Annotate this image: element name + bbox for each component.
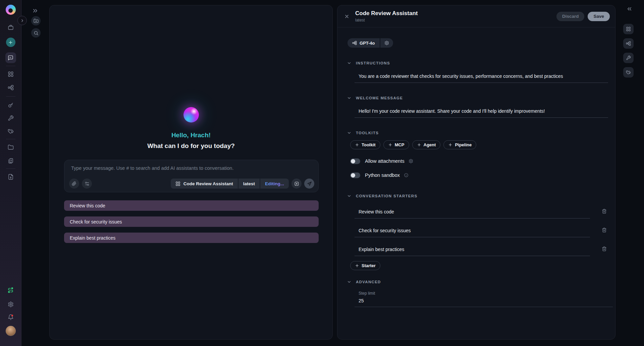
plus-icon <box>448 143 452 147</box>
step-limit-underline <box>355 307 613 307</box>
section-instructions[interactable]: INSTRUCTIONS <box>347 61 390 65</box>
starter-input[interactable]: Explain best practices <box>355 247 590 256</box>
sidebar-divider <box>6 168 15 169</box>
assistant-editor-panel: Code Review Assistant latest Discard Sav… <box>337 5 615 340</box>
add-toolkit-button[interactable]: Toolkit <box>350 140 380 149</box>
attachments-settings-icon[interactable] <box>409 159 413 163</box>
python-sandbox-info-icon[interactable] <box>404 173 409 178</box>
chevrons-right-icon <box>32 7 39 14</box>
briefcase-icon <box>8 24 14 31</box>
close-panel-button[interactable] <box>344 14 350 19</box>
allow-attachments-label: Allow attachments <box>365 158 405 164</box>
trash-icon <box>602 228 607 233</box>
discard-button[interactable]: Discard <box>556 12 585 21</box>
sidebar-item-notifications[interactable] <box>5 312 16 323</box>
sidebar-item-tags[interactable] <box>5 126 16 137</box>
wrench-icon <box>8 115 14 121</box>
assistant-chip-status[interactable]: Editing... <box>260 179 289 189</box>
sidebar-item-tools[interactable] <box>5 113 16 123</box>
rail-agents-button[interactable] <box>623 38 634 49</box>
close-icon <box>344 14 350 19</box>
apps-grid-icon <box>175 181 180 186</box>
delete-starter-button[interactable] <box>602 228 607 233</box>
section-advanced[interactable]: ADVANCED <box>347 280 381 284</box>
welcome-message-input[interactable]: Hello! I'm your code review assistant. S… <box>355 108 608 118</box>
plus-icon <box>417 143 421 147</box>
assistant-chip-version[interactable]: latest <box>238 179 260 189</box>
message-input[interactable]: Type your message. Use # to search and a… <box>71 165 314 171</box>
starter-input[interactable]: Check for security issues <box>355 228 590 237</box>
step-limit-input[interactable]: 25 <box>359 298 364 303</box>
starter-pill[interactable]: Explain best practices <box>64 233 319 243</box>
composer-settings-button[interactable] <box>82 179 92 189</box>
notification-dot <box>11 315 13 316</box>
starter-pill[interactable]: Check for security issues <box>64 216 319 227</box>
chevron-down-icon <box>347 131 352 135</box>
assistant-orb-icon <box>183 107 199 122</box>
new-folder-button[interactable] <box>31 16 41 26</box>
delete-starter-button[interactable] <box>602 209 607 214</box>
attach-button[interactable] <box>69 179 79 189</box>
model-name: GPT-4o <box>360 41 375 46</box>
folder-plus-icon <box>34 18 39 23</box>
x-square-icon <box>294 181 299 186</box>
model-selector: GPT-4o <box>347 38 393 48</box>
starter-input[interactable]: Review this code <box>355 209 590 218</box>
gear-icon <box>384 41 389 45</box>
section-toolkits[interactable]: TOOLKITS <box>347 131 379 135</box>
allow-attachments-toggle[interactable] <box>350 158 360 164</box>
python-sandbox-toggle[interactable] <box>350 172 360 178</box>
app: Hello, Hrach! What can I do for you toda… <box>0 0 644 346</box>
sidebar-item-workspace[interactable] <box>5 22 16 33</box>
main-sidebar <box>0 0 21 346</box>
save-button[interactable]: Save <box>588 12 610 21</box>
sidebar-item-chat[interactable] <box>5 52 16 63</box>
python-sandbox-label: Python sandbox <box>365 172 400 178</box>
new-chat-button[interactable] <box>6 38 15 47</box>
user-avatar[interactable] <box>6 326 16 336</box>
sidebar-item-documents[interactable] <box>5 156 16 166</box>
instructions-input[interactable]: You are a code reviewer that checks for … <box>355 73 608 83</box>
section-conversation-starters[interactable]: CONVERSATION STARTERS <box>347 194 417 198</box>
step-limit-label: Step limit <box>359 291 375 296</box>
trash-icon <box>602 246 607 251</box>
expand-conversations-button[interactable] <box>32 7 39 14</box>
sidebar-divider <box>6 139 15 139</box>
allow-attachments-row: Allow attachments <box>350 157 413 165</box>
network-icon <box>352 41 357 45</box>
section-welcome-message[interactable]: WELCOME MESSAGE <box>347 96 403 100</box>
add-mcp-button[interactable]: MCP <box>383 140 409 149</box>
tags-icon <box>8 128 14 134</box>
add-agent-button[interactable]: Agent <box>412 140 441 149</box>
sliders-icon <box>85 181 90 186</box>
sidebar-item-settings[interactable] <box>5 299 16 310</box>
route-icon <box>7 287 14 293</box>
sidebar-item-files[interactable] <box>5 142 16 153</box>
file-download-icon <box>8 174 14 180</box>
assistant-chip-label: Code Review Assistant <box>183 181 233 186</box>
sidebar-item-apps[interactable] <box>5 69 16 80</box>
app-logo-icon <box>6 5 16 15</box>
assistant-chip: Code Review Assistant latest Editing... <box>171 179 289 189</box>
assistant-chip-name[interactable]: Code Review Assistant <box>171 179 238 189</box>
sidebar-item-routes[interactable] <box>5 285 16 295</box>
rail-tags-button[interactable] <box>623 67 634 78</box>
wrench-icon <box>626 55 631 60</box>
send-button[interactable] <box>304 179 314 189</box>
search-button[interactable] <box>31 28 41 38</box>
model-settings-button[interactable] <box>380 38 393 48</box>
sidebar-item-keys[interactable] <box>5 100 16 110</box>
sidebar-item-import[interactable] <box>5 171 16 182</box>
sidebar-item-agents[interactable] <box>5 82 16 93</box>
context-mode-button[interactable] <box>291 179 302 189</box>
model-selector-button[interactable]: GPT-4o <box>347 38 380 48</box>
collapse-panel-button[interactable] <box>626 6 633 12</box>
delete-starter-button[interactable] <box>602 246 607 251</box>
sidebar-expand-button[interactable] <box>17 16 27 25</box>
starter-pill[interactable]: Review this code <box>64 200 319 211</box>
add-starter-button[interactable]: Starter <box>350 261 380 270</box>
rail-tools-button[interactable] <box>623 53 634 63</box>
rail-apps-button[interactable] <box>623 24 634 34</box>
chat-icon <box>8 55 13 61</box>
add-pipeline-button[interactable]: Pipeline <box>443 140 476 149</box>
